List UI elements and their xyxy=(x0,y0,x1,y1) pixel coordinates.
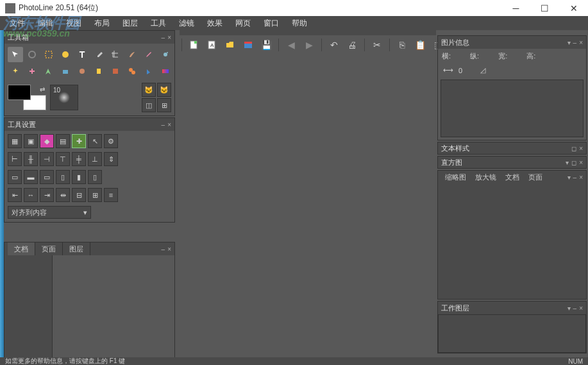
mode-btn-6[interactable]: ↖ xyxy=(88,134,102,148)
space-5[interactable]: ⊟ xyxy=(72,188,86,202)
tab-magnifier[interactable]: 放大镜 xyxy=(471,171,500,183)
minimize-button[interactable]: ─ xyxy=(501,0,530,16)
histogram-panel[interactable]: 直方图 ▾◻× xyxy=(437,156,587,169)
menu-window[interactable]: 窗口 xyxy=(257,16,285,31)
align-extra[interactable]: ⇕ xyxy=(104,152,118,166)
menu-edit[interactable]: 编辑 xyxy=(31,16,60,31)
gradient-tool[interactable] xyxy=(158,64,173,79)
align-right[interactable]: ⊣ xyxy=(40,152,54,166)
mode-btn-7[interactable]: ⚙ xyxy=(104,134,118,148)
menu-view[interactable]: 视图 xyxy=(60,16,88,31)
burn-tool[interactable] xyxy=(74,64,90,79)
cat-icon-2[interactable]: 🐱 xyxy=(157,83,171,97)
work-layer-header[interactable]: 工作图层 ▾–× xyxy=(438,301,586,314)
paste-button[interactable]: 📋 xyxy=(412,37,428,53)
text-style-panel[interactable]: 文本样式 ◻× xyxy=(437,142,587,155)
dist-6[interactable]: ▯ xyxy=(88,170,102,184)
next-button[interactable]: ▶ xyxy=(301,37,317,53)
text-doc-button[interactable]: A xyxy=(205,37,220,53)
close-icon[interactable]: × xyxy=(579,39,583,46)
patch-tool[interactable] xyxy=(108,64,123,79)
save-button[interactable]: 💾 xyxy=(258,37,274,53)
minimize-icon[interactable]: – xyxy=(162,34,165,41)
close-icon[interactable]: × xyxy=(167,121,171,128)
mode-btn-1[interactable]: ▦ xyxy=(8,134,22,148)
mode-btn-2[interactable]: ▣ xyxy=(24,134,38,148)
space-3[interactable]: ⇥ xyxy=(40,188,54,202)
menu-file[interactable]: 文件 xyxy=(3,16,31,31)
fg-bg-colors[interactable]: ⇄ xyxy=(8,85,46,110)
close-icon[interactable]: × xyxy=(579,145,583,152)
smudge-tool[interactable] xyxy=(58,64,73,79)
doc-main-area[interactable] xyxy=(53,255,174,358)
swap-colors-icon[interactable]: ⇄ xyxy=(40,86,45,93)
bucket-tool[interactable] xyxy=(141,64,156,79)
minimize-icon[interactable]: – xyxy=(162,121,165,128)
circle-tool[interactable] xyxy=(58,47,73,62)
toolbox-header[interactable]: 工具箱 – × xyxy=(4,31,174,44)
minimize-icon[interactable]: – xyxy=(573,39,577,46)
chevron-down-icon[interactable]: ▾ xyxy=(567,174,571,181)
minimize-icon[interactable]: – xyxy=(162,246,165,253)
view-icon-1[interactable]: ◫ xyxy=(142,98,156,112)
crop-tool[interactable] xyxy=(108,47,123,62)
brush-tool[interactable] xyxy=(124,47,140,62)
dist-2[interactable]: ▬ xyxy=(24,170,38,184)
close-icon[interactable]: × xyxy=(579,159,583,166)
menu-filter[interactable]: 滤镜 xyxy=(172,16,201,31)
stamp-tool[interactable] xyxy=(91,64,106,79)
mode-btn-5[interactable]: ✚ xyxy=(72,134,86,148)
pencil-tool[interactable] xyxy=(141,47,156,62)
eyedropper-tool[interactable] xyxy=(91,47,106,62)
menu-layer[interactable]: 图层 xyxy=(116,16,144,31)
dist-1[interactable]: ▭ xyxy=(8,170,22,184)
chevron-down-icon[interactable]: ▾ xyxy=(567,305,571,312)
tab-doc[interactable]: 文档 xyxy=(501,171,523,183)
copy-button[interactable]: ⎘ xyxy=(394,37,410,53)
mode-btn-3[interactable]: ◆ xyxy=(40,134,54,148)
align-bottom[interactable]: ⊥ xyxy=(88,152,102,166)
menu-layout[interactable]: 布局 xyxy=(88,16,116,31)
calendar-button[interactable] xyxy=(240,37,256,53)
space-2[interactable]: ↔ xyxy=(24,188,38,202)
close-icon[interactable]: × xyxy=(167,34,171,41)
menu-effect[interactable]: 效果 xyxy=(201,16,229,31)
spray-tool[interactable] xyxy=(158,47,173,62)
canvas-area[interactable] xyxy=(180,55,436,357)
align-top[interactable]: ⊤ xyxy=(56,152,70,166)
dist-5[interactable]: ▮ xyxy=(72,170,86,184)
pen-tool[interactable] xyxy=(41,64,56,79)
align-vcenter[interactable]: ╪ xyxy=(72,152,86,166)
mode-btn-4[interactable]: ▤ xyxy=(56,134,70,148)
image-info-header[interactable]: 图片信息 ▾–× xyxy=(438,36,586,49)
dist-3[interactable]: ▭ xyxy=(40,170,54,184)
close-button[interactable]: ✕ xyxy=(559,0,588,16)
cat-icon-1[interactable]: 🐱 xyxy=(142,83,156,97)
tool-settings-header[interactable]: 工具设置 –× xyxy=(4,118,174,131)
space-1[interactable]: ⇤ xyxy=(8,188,22,202)
space-7[interactable]: ≡ xyxy=(104,188,118,202)
close-icon[interactable]: × xyxy=(579,174,583,181)
marquee-tool[interactable] xyxy=(41,47,56,62)
arrow-tool[interactable] xyxy=(8,47,23,62)
close-icon[interactable]: × xyxy=(579,305,583,312)
tab-page[interactable]: 页面 xyxy=(35,242,63,256)
align-mode-dropdown[interactable]: 对齐到内容 ▾ xyxy=(8,206,91,219)
foreground-color[interactable] xyxy=(8,85,31,100)
new-doc-button[interactable] xyxy=(187,37,202,53)
wand-tool[interactable] xyxy=(8,64,23,79)
text-tool[interactable]: T xyxy=(74,47,90,62)
maximize-button[interactable]: ☐ xyxy=(530,0,559,16)
undo-button[interactable]: ↶ xyxy=(326,37,342,53)
tab-page[interactable]: 页面 xyxy=(525,171,546,183)
minimize-icon[interactable]: – xyxy=(573,174,577,181)
chevron-down-icon[interactable]: ▾ xyxy=(566,159,569,166)
space-4[interactable]: ⇹ xyxy=(56,188,70,202)
tab-document[interactable]: 文档 xyxy=(8,242,35,256)
lasso-tool[interactable] xyxy=(24,47,40,62)
restore-icon[interactable]: ◻ xyxy=(571,159,576,166)
open-button[interactable] xyxy=(223,37,238,53)
prev-button[interactable]: ◀ xyxy=(283,37,299,53)
align-hcenter[interactable]: ╫ xyxy=(24,152,38,166)
menu-tool[interactable]: 工具 xyxy=(144,16,172,31)
